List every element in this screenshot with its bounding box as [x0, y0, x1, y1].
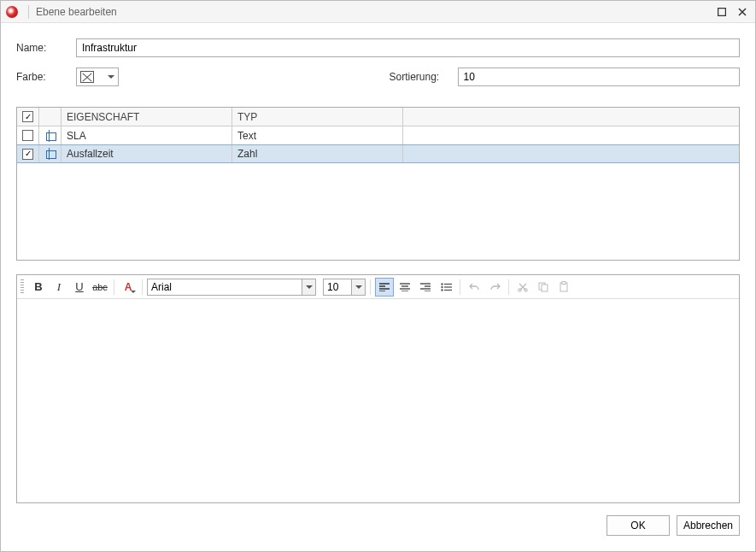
paste-button[interactable] — [554, 278, 573, 297]
font-color-button[interactable]: A — [119, 278, 138, 297]
sort-input[interactable] — [458, 68, 741, 86]
chevron-down-icon — [355, 285, 362, 289]
font-family-combo[interactable] — [147, 279, 316, 296]
row-property: SLA — [62, 126, 232, 144]
align-left-icon — [379, 283, 390, 291]
row-checkbox[interactable] — [22, 149, 33, 160]
strikethrough-button[interactable]: abc — [91, 278, 109, 297]
titlebar: Ebene bearbeiten — [1, 1, 755, 23]
name-label: Name: — [16, 42, 76, 54]
svg-rect-0 — [718, 8, 726, 15]
close-icon — [738, 8, 747, 16]
color-label: Farbe: — [16, 71, 76, 83]
grid-body: SLA Text Ausfallzeit Zahl — [17, 126, 739, 260]
table-row[interactable]: SLA Text — [17, 126, 739, 145]
cut-button[interactable] — [513, 278, 532, 297]
redo-icon — [489, 282, 501, 292]
chevron-down-icon — [306, 285, 313, 289]
font-family-input[interactable] — [148, 279, 302, 295]
editor-toolbar: B I U abc A — [17, 275, 739, 299]
row-type: Text — [232, 126, 403, 144]
align-right-icon — [420, 283, 431, 291]
ok-button[interactable]: OK — [607, 515, 670, 536]
row-property: Ausfallzeit — [62, 145, 232, 162]
copy-icon — [538, 282, 548, 292]
underline-button[interactable]: U — [70, 278, 89, 297]
undo-icon — [469, 282, 480, 292]
chevron-down-icon — [131, 291, 136, 293]
align-center-icon — [400, 283, 410, 291]
color-swatch-none-icon — [80, 71, 94, 83]
header-checkbox[interactable] — [22, 111, 33, 122]
toolbar-grip-icon — [21, 279, 24, 295]
header-type[interactable]: TYP — [232, 108, 403, 126]
font-family-dropdown[interactable] — [302, 279, 315, 295]
bullet-list-button[interactable] — [437, 278, 455, 297]
grid-header: EIGENSCHAFT TYP — [17, 108, 739, 126]
header-property[interactable]: EIGENSCHAFT — [62, 108, 232, 126]
titlebar-separator — [28, 5, 29, 19]
close-button[interactable] — [735, 4, 750, 20]
window-title: Ebene bearbeiten — [36, 6, 117, 18]
maximize-icon — [718, 8, 726, 16]
bullet-list-icon — [441, 283, 452, 291]
font-size-combo[interactable] — [323, 279, 366, 296]
font-size-dropdown[interactable] — [351, 279, 365, 295]
sort-label: Sortierung: — [390, 71, 458, 83]
svg-point-3 — [441, 289, 442, 291]
table-row[interactable]: Ausfallzeit Zahl — [17, 144, 739, 163]
property-icon — [44, 131, 56, 141]
row-type: Zahl — [232, 145, 403, 162]
paste-icon — [559, 281, 569, 292]
bold-button[interactable]: B — [29, 278, 48, 297]
scissors-icon — [518, 282, 528, 292]
color-picker[interactable] — [76, 68, 119, 86]
redo-button[interactable] — [485, 278, 504, 297]
svg-rect-7 — [542, 285, 548, 291]
header-icon-column — [39, 108, 62, 126]
editor-textarea[interactable] — [17, 299, 739, 502]
chevron-down-icon — [108, 75, 114, 79]
header-check-column[interactable] — [17, 108, 39, 126]
align-left-button[interactable] — [375, 278, 394, 297]
property-icon — [44, 149, 56, 159]
name-input[interactable] — [76, 38, 740, 57]
row-checkbox[interactable] — [22, 130, 33, 141]
font-size-input[interactable] — [324, 279, 351, 295]
app-icon — [6, 6, 18, 18]
italic-button[interactable]: I — [50, 278, 68, 297]
align-center-button[interactable] — [396, 278, 414, 297]
copy-button[interactable] — [534, 278, 553, 297]
svg-point-1 — [441, 283, 442, 285]
cancel-button[interactable]: Abbrechen — [677, 515, 740, 536]
maximize-button[interactable] — [714, 4, 730, 20]
properties-grid: EIGENSCHAFT TYP SLA Text Ausfallzeit Zah… — [16, 107, 740, 261]
rich-text-editor: B I U abc A — [16, 274, 740, 503]
svg-rect-9 — [562, 282, 566, 285]
align-right-button[interactable] — [416, 278, 435, 297]
svg-point-2 — [441, 285, 442, 287]
undo-button[interactable] — [465, 278, 483, 297]
